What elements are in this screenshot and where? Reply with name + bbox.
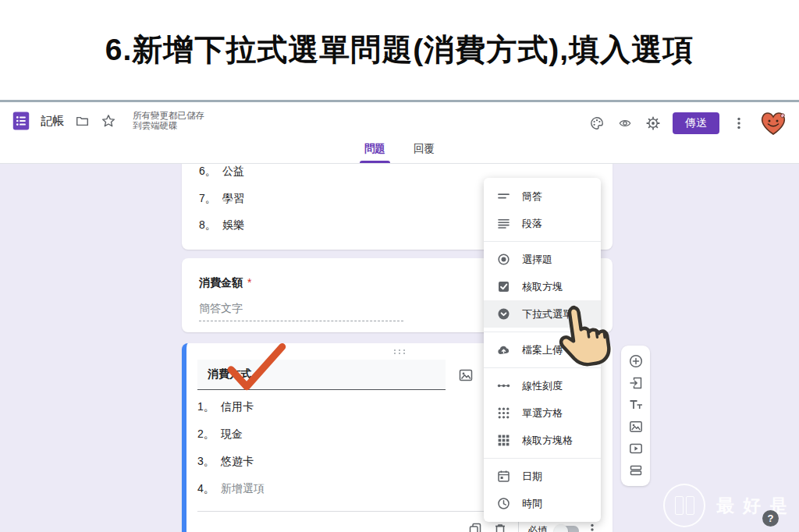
checkbox-grid-icon: [497, 434, 510, 447]
menu-item-label: 段落: [522, 217, 542, 231]
menu-item-time[interactable]: 時間: [484, 490, 601, 517]
add-image-icon[interactable]: [629, 420, 643, 434]
heart-avatar[interactable]: [758, 109, 788, 137]
option-label: 公益: [222, 165, 244, 179]
tab-questions[interactable]: 問題: [357, 137, 393, 163]
form-side-toolbar: [621, 346, 650, 486]
forms-header: 記帳 所有變更都已儲存 到雲端硬碟: [0, 105, 799, 164]
trash-icon[interactable]: [493, 523, 507, 532]
settings-gear-icon[interactable]: [645, 115, 662, 132]
checkbox-icon: [497, 280, 510, 293]
paragraph-icon: [497, 217, 510, 230]
option-number: 8。: [199, 218, 222, 232]
question-title-input[interactable]: 消費方式: [197, 360, 446, 390]
menu-item-label: 選擇題: [522, 253, 552, 267]
saved-status: 所有變更都已儲存 到雲端硬碟: [133, 111, 204, 131]
option-row[interactable]: 2。 現金: [197, 420, 265, 448]
option-number: 6。: [199, 165, 222, 179]
upload-icon: [497, 343, 510, 356]
more-options-icon[interactable]: [585, 523, 599, 532]
menu-item-paragraph[interactable]: 段落: [484, 210, 601, 237]
add-option-label: 新增選項: [221, 482, 265, 496]
option-number: 2。: [197, 427, 221, 442]
menu-item-dropdown[interactable]: 下拉式選單: [484, 300, 601, 328]
drag-handle-icon[interactable]: [392, 349, 407, 354]
menu-item-checkboxes[interactable]: 核取方塊: [484, 273, 601, 300]
date-icon: [497, 470, 510, 483]
required-toggle[interactable]: [556, 526, 579, 532]
menu-item-label: 檔案上傳: [522, 343, 563, 357]
watermark-text: 最好是: [716, 494, 796, 518]
required-label: 必填: [527, 524, 548, 532]
linear-scale-icon: [497, 379, 510, 392]
option-number: 7。: [199, 192, 222, 206]
preview-eye-icon[interactable]: [616, 115, 634, 132]
send-button[interactable]: 傳送: [673, 112, 719, 134]
question-title: 消費方式: [208, 367, 251, 381]
folder-icon[interactable]: [73, 112, 91, 129]
menu-item-short-answer[interactable]: 簡答: [484, 183, 601, 210]
option-label: 學習: [222, 192, 244, 206]
menu-item-label: 時間: [522, 497, 542, 511]
menu-item-label: 下拉式選單: [522, 307, 573, 321]
watermark-stamp-icon: [663, 484, 705, 527]
radio-grid-icon: [497, 406, 510, 420]
option-number: 1。: [197, 400, 221, 414]
forms-logo-icon[interactable]: [12, 112, 30, 129]
menu-item-label: 單選方格: [522, 406, 563, 420]
menu-item-label: 簡答: [522, 190, 542, 204]
menu-item-date[interactable]: 日期: [484, 463, 601, 490]
help-button[interactable]: ?: [762, 510, 779, 527]
menu-item-checkbox-grid[interactable]: 核取方塊格: [484, 427, 601, 454]
time-icon: [497, 497, 510, 510]
form-title[interactable]: 記帳: [41, 114, 64, 129]
star-icon[interactable]: [100, 112, 117, 129]
menu-item-label: 核取方塊格: [522, 434, 573, 448]
tutorial-title: 6.新增下拉式選單問題(消費方式),填入選項: [105, 29, 694, 71]
option-row[interactable]: 1。 信用卡: [197, 393, 265, 420]
add-title-icon[interactable]: [629, 398, 643, 412]
tutorial-banner: 6.新增下拉式選單問題(消費方式),填入選項: [0, 0, 799, 102]
add-video-icon[interactable]: [629, 442, 643, 456]
menu-item-multiple-choice-grid[interactable]: 單選方格: [484, 399, 601, 427]
menu-item-file-upload[interactable]: 檔案上傳: [484, 336, 601, 364]
option-row[interactable]: 3。 悠遊卡: [197, 448, 265, 475]
radio-icon: [497, 253, 510, 266]
screenshot-stage: 6.新增下拉式選單問題(消費方式),填入選項 6。 公益 7。 學習 8。 娛樂…: [0, 0, 799, 532]
short-answer-field[interactable]: 簡答文字: [199, 301, 403, 321]
form-tabs: 問題 回覆: [357, 137, 442, 163]
add-question-icon[interactable]: [629, 354, 643, 368]
answer-placeholder: 簡答文字: [199, 302, 243, 314]
option-label: 娛樂: [222, 218, 244, 232]
option-number: 3。: [197, 455, 221, 469]
menu-item-label: 線性刻度: [522, 379, 563, 393]
theme-palette-icon[interactable]: [588, 115, 605, 132]
dropdown-icon: [497, 307, 510, 321]
import-questions-icon[interactable]: [629, 376, 643, 390]
tab-responses[interactable]: 回覆: [406, 137, 442, 163]
short-answer-icon: [497, 190, 510, 203]
option-label: 悠遊卡: [221, 455, 254, 469]
required-asterisk: *: [247, 276, 251, 289]
option-number: 4。: [197, 482, 221, 496]
add-image-to-question-icon[interactable]: [457, 367, 474, 384]
more-vert-icon[interactable]: [730, 115, 748, 132]
question-title: 消費金額: [199, 276, 243, 289]
menu-item-linear-scale[interactable]: 線性刻度: [484, 372, 601, 399]
question-type-menu: 簡答 段落 選擇題 核取方塊: [484, 178, 601, 522]
menu-item-multiple-choice[interactable]: 選擇題: [484, 246, 601, 273]
footer-divider: [518, 521, 519, 532]
menu-item-label: 核取方塊: [522, 280, 563, 294]
menu-item-label: 日期: [522, 470, 542, 484]
add-section-icon[interactable]: [629, 463, 643, 477]
option-label: 現金: [221, 427, 243, 442]
add-option-row[interactable]: 4。 新增選項: [197, 475, 265, 502]
duplicate-icon[interactable]: [468, 523, 482, 532]
option-label: 信用卡: [221, 400, 254, 414]
